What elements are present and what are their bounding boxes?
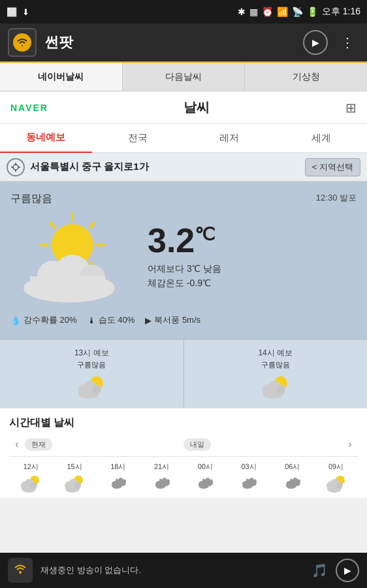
naver-grid-button[interactable]: ⊞ [345,100,357,116]
hour-weather-icon-21 [152,474,172,493]
tab-tomorrow-label: 다음날씨 [165,71,202,83]
tab-tomorrow[interactable]: 다음날씨 [123,63,246,91]
hourly-grid: 12시 15시 [9,456,358,493]
player-status-text: 재생중인 방송이 없습니다. [40,564,304,576]
weather-sun-cloud-icon [10,211,141,302]
forecast-label-14: 14시 예보 [189,348,362,359]
forecast-label-13: 13시 예보 [5,348,178,359]
hour-12-icon [20,474,41,493]
hourly-col-06: 06시 [271,462,315,493]
tab-naver[interactable]: 네이버날씨 [0,63,123,91]
player-play-button[interactable]: ▶ [336,559,359,582]
svg-line-6 [90,223,95,227]
tab-kma[interactable]: 기상청 [245,63,367,91]
forecast-item-14: 14시 예보 구름많음 [184,340,368,408]
hourly-title: 시간대별 날씨 [9,416,358,430]
network-icon: 📡 [292,7,303,17]
weather-time: 12:30 발포 [316,192,357,204]
hour-weather-icon-18 [108,474,129,493]
precipitation-value: 강수확률 20% [24,314,77,326]
hourly-prev-button[interactable]: ‹ [9,436,25,452]
status-left-icons: ⬜ ⬇ [7,7,29,17]
hour-15-label: 15시 [67,462,82,472]
temp-desc-line2: 체감온도 -0.9℃ [148,276,221,290]
hourly-col-15: 15시 [53,462,97,493]
subnav-national[interactable]: 전국 [92,124,184,152]
tab-kma-label: 기상청 [293,71,320,83]
hour-weather-icon-12 [20,474,41,493]
header-menu-button[interactable]: ⋮ [336,32,359,53]
menu-icon: ⋮ [341,35,354,50]
weather-icon-area [10,211,141,302]
naver-logo: NAVER [10,103,48,113]
alarm-icon: ⏰ [262,7,273,17]
bluetooth-icon: ✱ [238,7,246,17]
screenshot-icon: ⬜ [7,7,17,17]
status-right-icons: ✱ ▦ ⏰ 📶 📡 🔋 오후 1:16 [238,6,360,18]
svg-point-23 [92,385,101,394]
hour-21-icon [152,474,172,493]
hour-03-label: 03시 [242,462,257,472]
hour-weather-icon-15 [64,474,85,493]
forecast-icon-14 [189,374,362,400]
time-display: 오후 1:16 [322,6,360,18]
temp-desc-line1: 어제보다 3℃ 낮음 [148,261,221,276]
subnav-leisure[interactable]: 레저 [184,124,276,152]
weather-main: 3.2℃ 어제보다 3℃ 낮음 체감온도 -0.9℃ [10,211,357,302]
hour-18-label: 18시 [110,462,125,472]
app-header: 썬팟 ▶ ⋮ [0,24,367,63]
weather-card: 구름많음 12:30 발포 [0,182,367,339]
forecast-cond-14: 구름많음 [189,360,362,370]
hour-09-icon [326,474,347,493]
player-play-icon: ▶ [344,565,351,576]
subnav-local[interactable]: 동네예보 [0,123,92,153]
hour-weather-icon-06 [282,474,303,493]
wind-stat: ▶ 북서풍 5m/s [145,314,200,326]
temperature-unit: ℃ [195,223,215,244]
hour-09-label: 09시 [328,462,343,472]
weather-card-top: 구름많음 12:30 발포 [10,192,357,206]
hourly-col-09: 09시 [314,462,358,493]
forecast-weather-icon-13 [77,375,106,399]
svg-point-0 [13,165,18,170]
hourly-col-21: 21시 [140,462,184,493]
region-select-button[interactable]: < 지역선택 [305,158,360,176]
subnav-national-label: 전국 [128,132,148,143]
hourly-nav: ‹ 현재 내일 › [9,436,358,452]
temperature-value: 3.2 [148,221,195,259]
hour-weather-icon-03 [238,474,259,493]
hour-06-icon [282,474,303,493]
hour-06-label: 06시 [285,462,300,472]
subnav-world[interactable]: 세계 [276,124,368,152]
svg-line-9 [50,223,55,227]
subnav-world-label: 세계 [311,132,331,143]
wifi-logo-icon [16,36,29,49]
player-bookmark-icon[interactable]: 🎵 [311,563,328,578]
hour-18-icon [108,474,129,493]
today-label: 현재 [25,438,52,451]
hourly-col-18: 18시 [97,462,140,493]
svg-point-44 [19,571,22,574]
header-play-button[interactable]: ▶ [303,30,328,55]
hour-21-label: 21시 [154,462,169,472]
temperature-display: 3.2℃ [148,223,215,257]
hourly-col-12: 12시 [9,462,53,493]
hour-00-icon [195,474,215,493]
weather-temp-area: 3.2℃ 어제보다 3℃ 낮음 체감온도 -0.9℃ [141,223,357,291]
player-logo [8,558,33,583]
battery-icon: 🔋 [307,7,318,17]
svg-rect-18 [30,276,105,291]
play-icon: ▶ [312,37,319,48]
naver-title: 날씨 [48,99,345,116]
hourly-next-button[interactable]: › [342,436,358,452]
player-bar: 재생중인 방송이 없습니다. 🎵 ▶ [0,553,367,588]
tomorrow-label: 내일 [184,438,211,451]
location-text: 서울특별시 중구 을지로1가 [30,161,300,173]
svg-point-33 [31,482,37,489]
tab-bar: 네이버날씨 다음날씨 기상청 [0,63,367,91]
forecast-cond-13: 구름많음 [5,360,178,370]
download-icon: ⬇ [22,7,29,17]
app-logo [8,28,37,57]
location-bar: 서울특별시 중구 을지로1가 < 지역선택 [0,153,367,182]
hour-12-label: 12시 [24,462,39,472]
